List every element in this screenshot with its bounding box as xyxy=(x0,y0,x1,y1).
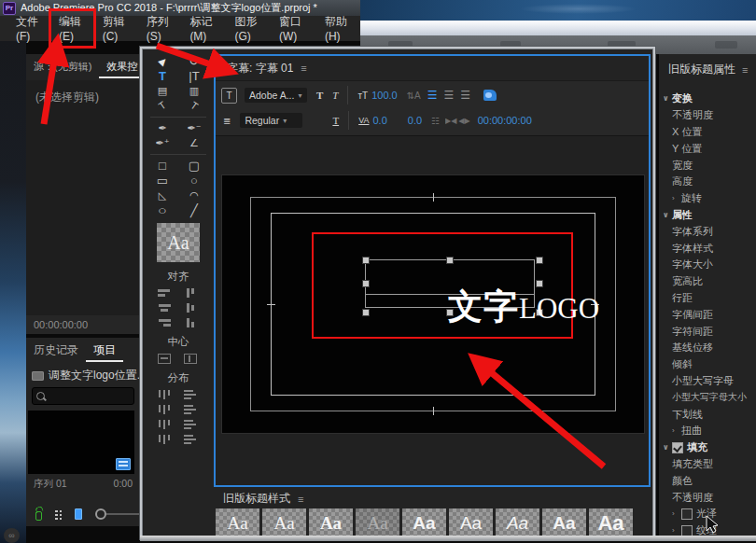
menu-window[interactable]: 窗口(W) xyxy=(271,10,316,47)
prop-row[interactable]: ›扭曲 xyxy=(659,423,756,439)
distribute-bottom-icon[interactable] xyxy=(184,420,197,429)
tracking-value[interactable]: 0.0 xyxy=(408,115,422,126)
font-family-select[interactable]: Adobe A...▾ xyxy=(245,88,307,103)
tab-source[interactable]: 源：(无剪辑) xyxy=(26,54,99,78)
title-canvas[interactable]: 文字LOGO xyxy=(216,136,649,485)
style-swatch-4[interactable]: Aa xyxy=(356,508,399,538)
handle-ne[interactable] xyxy=(536,257,543,264)
handle-nw[interactable] xyxy=(362,257,370,264)
prop-row[interactable]: 高度 xyxy=(659,174,756,190)
texture-checkbox[interactable] xyxy=(681,525,693,536)
prop-row[interactable]: 小型大写字母 xyxy=(659,373,756,390)
title-text[interactable]: 文字LOGO xyxy=(448,284,599,330)
italic-button[interactable]: T xyxy=(332,90,338,101)
clipped-corner-rectangle-tool[interactable]: ▭ xyxy=(150,174,175,188)
style-swatch-8[interactable]: Aa xyxy=(542,508,586,538)
style-swatch-6[interactable]: Aa xyxy=(449,508,493,538)
prop-row[interactable]: 倾斜 xyxy=(659,356,756,373)
list-view-icon[interactable] xyxy=(55,509,62,520)
delete-anchor-point-tool[interactable]: ✒⁻ xyxy=(182,121,206,135)
prop-row[interactable]: 字偶间距 xyxy=(659,306,756,323)
title-templates-icon[interactable]: T xyxy=(221,88,237,104)
prop-row[interactable]: 行距 xyxy=(659,290,756,307)
underline-button[interactable]: T xyxy=(332,115,339,126)
creative-cloud-icon[interactable]: ∞ xyxy=(4,528,20,543)
project-writable-lock-icon[interactable] xyxy=(35,511,42,521)
menu-graphics[interactable]: 图形(G) xyxy=(226,10,271,47)
styles-panel-menu-icon[interactable]: ≡ xyxy=(298,494,303,505)
prop-row[interactable]: 字体样式 xyxy=(659,240,756,257)
fill-checkbox[interactable] xyxy=(672,442,683,453)
align-left-icon[interactable] xyxy=(158,288,171,298)
rotation-tool[interactable]: ↺ xyxy=(182,54,206,68)
video-frame[interactable]: 文字LOGO xyxy=(221,174,645,434)
style-swatch-5[interactable]: Aa xyxy=(402,508,446,538)
next-frame-icon[interactable]: ◀▶ xyxy=(458,117,469,125)
line-tool[interactable]: ╱ xyxy=(182,203,206,217)
zoom-slider-knob[interactable] xyxy=(95,508,106,520)
prop-row[interactable]: 宽高比 xyxy=(659,273,756,290)
menu-file[interactable]: 文件(F) xyxy=(7,10,50,47)
panel-menu-icon[interactable]: ≡ xyxy=(301,63,306,74)
tab-history[interactable]: 历史记录 xyxy=(26,338,86,362)
align-center-text-icon[interactable]: ☰ xyxy=(444,89,455,102)
handle-sw[interactable] xyxy=(362,309,370,316)
rectangle-tool[interactable]: □ xyxy=(150,159,175,173)
properties-panel-menu-icon[interactable]: ≡ xyxy=(742,64,748,76)
menu-help[interactable]: 帮助(H) xyxy=(316,10,360,47)
prop-row[interactable]: 下划线 xyxy=(659,406,756,423)
ellipse-tool[interactable]: ○ xyxy=(182,174,206,188)
arc-tool[interactable]: ◠ xyxy=(182,188,206,202)
tab-effect-controls[interactable]: 效果控 xyxy=(99,54,145,78)
prop-row[interactable]: 基线位移 xyxy=(659,340,756,356)
distribute-h-even-icon[interactable] xyxy=(158,435,171,444)
show-background-video-icon[interactable] xyxy=(483,90,497,101)
tab-stops-icon[interactable]: ☷ xyxy=(431,116,440,126)
background-timecode[interactable]: 00:00:00:00 xyxy=(478,115,532,126)
prop-row[interactable]: 字体大小 xyxy=(659,257,756,273)
prev-frame-icon[interactable]: ▶◀ xyxy=(445,117,456,125)
font-size-value[interactable]: 100.0 xyxy=(371,90,398,101)
search-input[interactable] xyxy=(32,387,134,405)
prop-row[interactable]: ∨属性 xyxy=(659,207,756,224)
distribute-v-center-icon[interactable] xyxy=(184,405,197,414)
style-swatch-9[interactable]: Aa xyxy=(589,508,633,538)
zoom-slider[interactable] xyxy=(95,508,140,520)
sequence-thumbnail[interactable] xyxy=(28,411,134,474)
style-swatch-2[interactable]: Aa xyxy=(262,508,306,538)
prop-row[interactable]: Y 位置 xyxy=(659,140,756,157)
distribute-right-icon[interactable] xyxy=(158,420,171,429)
menu-edit[interactable]: 编辑(E) xyxy=(50,10,94,47)
bold-button[interactable]: T xyxy=(316,90,323,101)
sheen-checkbox[interactable] xyxy=(681,508,693,520)
center-horizontal-icon[interactable] xyxy=(158,354,171,364)
prop-row[interactable]: 宽度 xyxy=(659,157,756,174)
distribute-v-even-icon[interactable] xyxy=(184,435,197,444)
prop-row[interactable]: 字符间距 xyxy=(659,323,756,340)
menu-sequence[interactable]: 序列(S) xyxy=(138,10,182,47)
prop-row[interactable]: 小型大写字母大小 xyxy=(659,389,756,406)
prop-row-sheen[interactable]: ›光泽 xyxy=(659,506,756,522)
style-swatch-3[interactable]: Aa xyxy=(309,508,353,538)
current-style-swatch[interactable]: Aa xyxy=(157,223,200,262)
distribute-left-icon[interactable] xyxy=(158,390,171,399)
rounded-rectangle-tool[interactable]: ▢ xyxy=(182,159,206,173)
prop-row[interactable]: 填充类型 xyxy=(659,456,756,473)
style-swatch-1[interactable]: Aa xyxy=(216,508,259,538)
tab-project[interactable]: 项目 xyxy=(86,338,123,362)
project-item-row[interactable]: 调整文字logo位置.prpr xyxy=(32,368,140,383)
prop-row[interactable]: 颜色 xyxy=(659,472,756,489)
prop-row-fill[interactable]: ∨填充 xyxy=(659,439,756,456)
menu-markers[interactable]: 标记(M) xyxy=(181,10,226,47)
align-right-icon[interactable] xyxy=(158,318,171,327)
add-anchor-point-tool[interactable]: ✒⁺ xyxy=(150,136,175,150)
icon-view-icon[interactable] xyxy=(75,508,82,520)
kerning-value[interactable]: 0.0 xyxy=(372,115,386,126)
style-swatch-7[interactable]: Aa xyxy=(496,508,539,538)
font-style-select[interactable]: Regular▾ xyxy=(240,113,302,128)
align-top-icon[interactable] xyxy=(184,288,197,298)
align-left-text-icon[interactable]: ☰ xyxy=(427,89,438,102)
align-v-center-icon[interactable] xyxy=(184,303,197,313)
wedge-tool[interactable]: ◺ xyxy=(150,188,175,202)
prop-row[interactable]: ›旋转 xyxy=(659,190,756,207)
